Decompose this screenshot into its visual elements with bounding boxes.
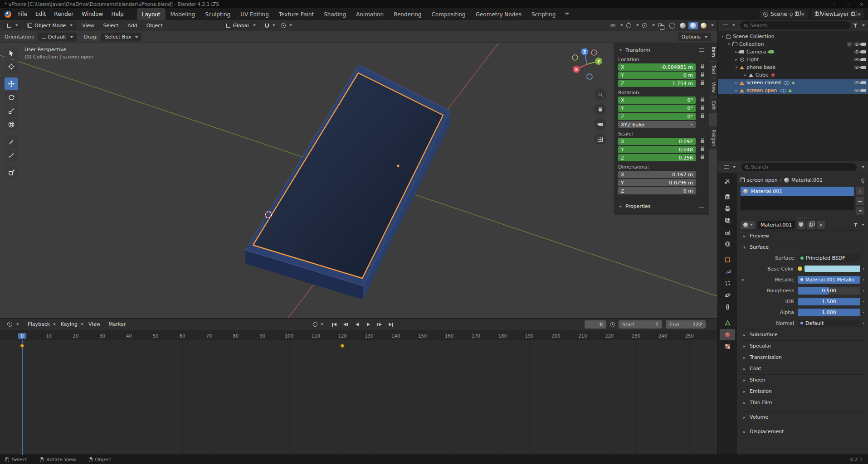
location-y-field[interactable]: Y0 m	[618, 72, 696, 79]
panel-thin-film[interactable]: ▸Thin Film	[741, 397, 864, 408]
menu-file[interactable]: File	[14, 10, 31, 19]
camera-view-button[interactable]	[594, 118, 606, 130]
outliner-row-light[interactable]: ▸ Light	[718, 56, 868, 63]
tab-shading[interactable]: Shading	[319, 8, 351, 20]
drag-setting-selector[interactable]: Select Box	[101, 33, 141, 41]
timeline-ruler[interactable]: 0 01020304050607080901001101201301401501…	[0, 330, 717, 340]
scale-z-field[interactable]: Z0.256	[618, 154, 696, 161]
decorator-dot-icon[interactable]	[863, 279, 864, 280]
lock-icon[interactable]	[701, 82, 704, 85]
slot-specials-button[interactable]	[856, 207, 864, 215]
disable-render-icon[interactable]	[861, 43, 866, 46]
tool-select-box[interactable]	[5, 47, 18, 59]
tool-scale[interactable]	[5, 105, 18, 117]
gizmo-y-neg[interactable]	[572, 55, 578, 60]
lock-icon[interactable]	[701, 74, 704, 77]
timeline-tracks[interactable]	[0, 340, 717, 455]
expand-arrow[interactable]: ▸	[734, 81, 739, 85]
tab-texture[interactable]	[720, 341, 735, 352]
frame-end-field[interactable]: End122	[666, 320, 706, 329]
decorator-dot-icon[interactable]	[863, 301, 864, 302]
hide-eye-icon[interactable]	[854, 89, 859, 92]
playhead-label[interactable]: 0	[18, 333, 26, 339]
expand-arrow[interactable]: ▾	[727, 42, 731, 46]
lock-icon[interactable]	[701, 66, 704, 68]
tab-object[interactable]	[720, 254, 735, 266]
panel-emission[interactable]: ▸Emission	[741, 386, 864, 396]
new-view-layer-icon[interactable]	[851, 12, 855, 16]
shading-chevron-icon[interactable]	[711, 24, 714, 26]
panel-volume[interactable]: ▸Volume	[741, 411, 864, 422]
decorator-dot-icon[interactable]	[863, 323, 864, 324]
outliner-row-collection[interactable]: ▾ Collection ✓	[718, 40, 868, 48]
sidebar-tab-edit[interactable]: Edit	[708, 97, 717, 113]
outliner-row-cube[interactable]: ▸ Cube	[718, 71, 868, 79]
material-slot-item[interactable]: Material.001	[741, 187, 854, 196]
disable-render-icon[interactable]	[861, 81, 866, 84]
gizmo-z-neg[interactable]	[587, 74, 592, 79]
expand-arrow[interactable]: ▾	[720, 34, 725, 39]
prev-keyframe-button[interactable]	[341, 320, 351, 329]
filter-chevron-icon[interactable]	[862, 224, 864, 226]
tab-modifiers[interactable]	[720, 266, 735, 277]
material-name-field[interactable]: Material.001	[757, 221, 795, 229]
viewport-canvas[interactable]	[0, 43, 717, 318]
dimensions-z-field[interactable]: Z0 m	[618, 187, 696, 194]
decorator-dot-icon[interactable]	[863, 268, 864, 270]
transform-orientation-selector[interactable]: Global	[223, 21, 259, 30]
panel-sheen[interactable]: ▸Sheen	[741, 374, 864, 385]
blender-logo-icon[interactable]	[5, 11, 11, 18]
expand-arrow[interactable]: ▸	[734, 88, 739, 92]
menu-add[interactable]: Add	[124, 21, 140, 30]
properties-search[interactable]	[741, 163, 857, 171]
proportional-chevron-icon[interactable]	[289, 24, 292, 26]
menu-object[interactable]: Object	[143, 21, 166, 30]
hide-eye-icon[interactable]	[854, 43, 859, 46]
panel-displacement[interactable]: ▸Displacement	[741, 426, 864, 437]
metallic-field[interactable]: Material.001 Metallic	[798, 276, 860, 284]
tab-uv-editing[interactable]: UV Editing	[235, 8, 274, 20]
tab-object-data[interactable]	[720, 317, 735, 329]
tab-geometry-nodes[interactable]: Geometry Nodes	[471, 8, 527, 20]
hide-eye-icon[interactable]	[854, 81, 859, 84]
add-workspace-button[interactable]: +	[561, 8, 573, 20]
surface-shader-field[interactable]: Principled BSDF	[798, 254, 860, 262]
outliner-editor-type[interactable]	[721, 23, 737, 28]
exclude-checkbox-icon[interactable]: ✓	[847, 42, 852, 47]
pin-id-icon[interactable]	[861, 179, 864, 182]
timeline-editor-type[interactable]	[4, 320, 23, 328]
location-z-field[interactable]: Z-1.754 m	[618, 80, 696, 87]
play-button[interactable]	[363, 320, 373, 329]
expand-arrow[interactable]: ▸	[734, 58, 739, 62]
lock-icon[interactable]	[701, 148, 704, 151]
overlays-chevron-icon[interactable]	[652, 24, 655, 26]
tab-physics[interactable]	[720, 290, 735, 301]
object-visibility-icon[interactable]	[610, 24, 615, 27]
expand-arrow[interactable]: ▸	[743, 73, 748, 77]
hide-eye-icon[interactable]	[854, 66, 859, 69]
resize-grip[interactable]	[797, 218, 809, 218]
next-keyframe-button[interactable]	[375, 320, 385, 329]
minimize-button[interactable]: –	[833, 2, 835, 7]
roughness-slider[interactable]: 0.500	[798, 287, 860, 295]
menu-edit[interactable]: Edit	[31, 10, 50, 19]
add-slot-button[interactable]: +	[856, 187, 864, 195]
editor-type-selector[interactable]	[4, 22, 22, 29]
shading-material-button[interactable]	[688, 22, 698, 29]
proportional-editing-icon[interactable]	[281, 23, 286, 28]
disable-render-icon[interactable]	[861, 50, 866, 53]
lock-icon[interactable]	[701, 115, 704, 118]
unlink-material-button[interactable]: ×	[817, 221, 825, 229]
frame-start-field[interactable]: Start1	[619, 320, 662, 329]
outliner-row-screen-closed[interactable]: ▸ screen closed	[718, 79, 868, 87]
alpha-slider[interactable]: 1.000	[798, 309, 860, 316]
tab-view-layer[interactable]	[720, 215, 735, 226]
tool-annotate[interactable]	[5, 135, 18, 148]
title-bar[interactable]: * uPhone [C:\Users\Javan\OneDrive\Docume…	[0, 0, 868, 8]
current-frame-field[interactable]: 0	[585, 320, 606, 329]
close-button[interactable]: ×	[860, 2, 863, 7]
pin-icon[interactable]	[790, 13, 793, 16]
rotation-y-field[interactable]: Y0°	[618, 105, 696, 112]
keyframe-diamond[interactable]	[340, 343, 345, 348]
shading-rendered-button[interactable]	[699, 22, 708, 29]
